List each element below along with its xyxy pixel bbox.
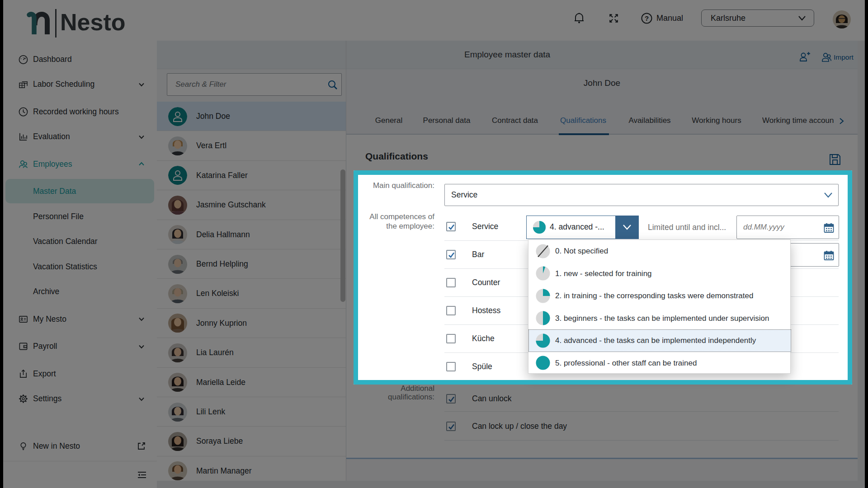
- svg-text:?: ?: [645, 14, 649, 22]
